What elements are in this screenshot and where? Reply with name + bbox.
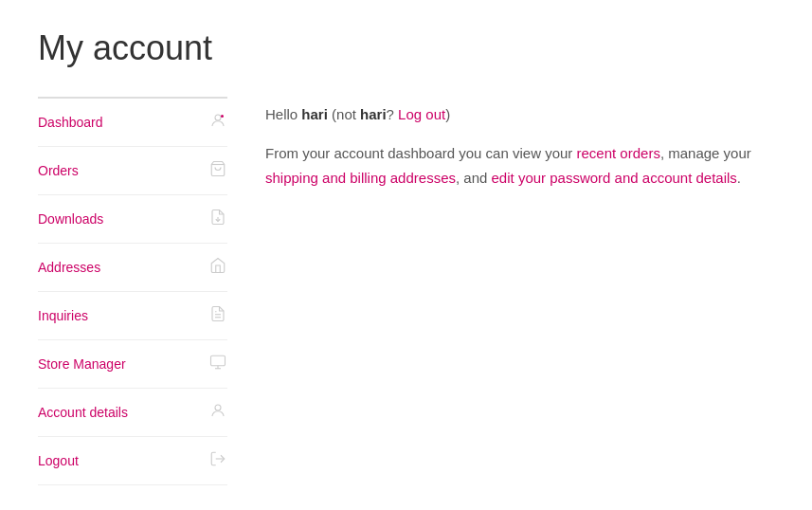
svg-point-0 xyxy=(215,115,221,120)
greeting-not: (not xyxy=(332,106,356,122)
account-details-icon xyxy=(208,402,227,423)
greeting-text: Hello hari (not hari? Log out) xyxy=(265,106,774,122)
shipping-billing-link[interactable]: shipping and billing addresses xyxy=(265,170,456,186)
greeting-question: ? xyxy=(387,106,394,122)
sidebar-item-dashboard[interactable]: Dashboard xyxy=(38,99,227,147)
sidebar-link-store-manager[interactable]: Store Manager xyxy=(38,356,126,372)
logout-link[interactable]: Log out xyxy=(398,106,445,122)
page-title: My account xyxy=(38,28,774,68)
sidebar-item-addresses[interactable]: Addresses xyxy=(38,244,227,292)
layout: Dashboard Orders xyxy=(38,97,774,485)
sidebar-link-dashboard[interactable]: Dashboard xyxy=(38,115,103,130)
description-text: From your account dashboard you can view… xyxy=(265,141,774,190)
main-content: Hello hari (not hari? Log out) From your… xyxy=(265,97,774,485)
sidebar-link-addresses[interactable]: Addresses xyxy=(38,260,100,275)
svg-point-1 xyxy=(221,115,224,118)
sidebar-link-logout[interactable]: Logout xyxy=(38,453,79,468)
sidebar-item-logout[interactable]: Logout xyxy=(38,437,227,485)
page-container: My account Dashboard Orders xyxy=(0,0,812,510)
dashboard-icon xyxy=(208,112,227,133)
greeting-hello: Hello xyxy=(265,106,298,122)
sidebar-link-account-details[interactable]: Account details xyxy=(38,405,128,420)
inquiries-icon xyxy=(208,305,227,326)
sidebar: Dashboard Orders xyxy=(38,97,227,485)
sidebar-item-orders[interactable]: Orders xyxy=(38,147,227,195)
sidebar-link-downloads[interactable]: Downloads xyxy=(38,211,103,227)
sidebar-link-inquiries[interactable]: Inquiries xyxy=(38,308,88,323)
sidebar-item-account-details[interactable]: Account details xyxy=(38,389,227,437)
store-manager-icon xyxy=(208,354,227,374)
desc-middle2: , and xyxy=(456,170,487,186)
svg-point-9 xyxy=(215,405,221,410)
svg-rect-6 xyxy=(211,355,226,366)
sidebar-link-orders[interactable]: Orders xyxy=(38,163,79,178)
greeting-not-username: hari xyxy=(360,106,387,122)
greeting-username: hari xyxy=(301,106,328,122)
orders-icon xyxy=(208,160,227,181)
logout-icon xyxy=(208,450,227,471)
addresses-icon xyxy=(208,257,227,278)
sidebar-item-downloads[interactable]: Downloads xyxy=(38,195,227,244)
recent-orders-link[interactable]: recent orders xyxy=(577,145,660,161)
desc-suffix: . xyxy=(737,170,741,186)
sidebar-item-store-manager[interactable]: Store Manager xyxy=(38,340,227,389)
sidebar-item-inquiries[interactable]: Inquiries xyxy=(38,292,227,340)
desc-middle1: , manage your xyxy=(660,145,751,161)
downloads-icon xyxy=(208,209,227,229)
password-account-link[interactable]: edit your password and account details xyxy=(492,170,737,186)
greeting-close-paren: ) xyxy=(445,106,450,122)
desc-prefix: From your account dashboard you can view… xyxy=(265,145,572,161)
